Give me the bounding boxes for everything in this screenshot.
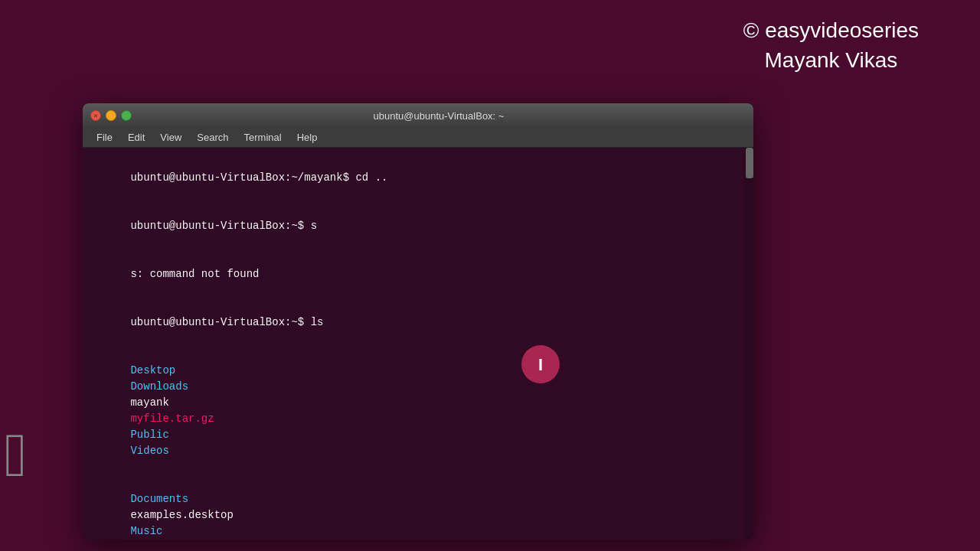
- terminal-line-3: s: command not found: [92, 250, 744, 298]
- menu-help[interactable]: Help: [289, 130, 325, 145]
- terminal-line-2: ubuntu@ubuntu-VirtualBox:~$ s: [92, 202, 744, 250]
- watermark-line2: Mayank Vikas: [743, 45, 919, 75]
- minimize-button[interactable]: [106, 110, 116, 121]
- window-title: ubuntu@ubuntu-VirtualBox: ~: [132, 110, 746, 122]
- terminal-line-4: ubuntu@ubuntu-VirtualBox:~$ ls: [92, 298, 744, 347]
- terminal-window: ✕ ubuntu@ubuntu-VirtualBox: ~ File Edit …: [83, 103, 753, 540]
- terminal-line-1: ubuntu@ubuntu-VirtualBox:~/mayank$ cd ..: [92, 154, 744, 202]
- menu-file[interactable]: File: [89, 130, 120, 145]
- menu-bar: File Edit View Search Terminal Help: [83, 128, 753, 148]
- menu-view[interactable]: View: [152, 130, 189, 145]
- window-buttons: ✕: [90, 110, 132, 121]
- scrollbar-thumb[interactable]: [746, 148, 753, 178]
- menu-terminal[interactable]: Terminal: [237, 130, 289, 145]
- menu-edit[interactable]: Edit: [120, 130, 152, 145]
- watermark: © easyvideoseries Mayank Vikas: [743, 15, 919, 75]
- scrollbar[interactable]: [744, 148, 753, 540]
- watermark-line1: © easyvideoseries: [743, 15, 919, 45]
- maximize-button[interactable]: [121, 110, 132, 121]
- title-bar: ✕ ubuntu@ubuntu-VirtualBox: ~: [83, 103, 753, 128]
- menu-search[interactable]: Search: [189, 130, 236, 145]
- terminal-ls1-row1: Desktop Downloads mayank myfile.tar.gz P…: [92, 347, 744, 475]
- apple-logo: : [0, 413, 46, 505]
- close-button[interactable]: ✕: [90, 110, 101, 121]
- terminal-content[interactable]: ubuntu@ubuntu-VirtualBox:~/mayank$ cd ..…: [83, 148, 753, 540]
- terminal-ls1-row2: Documents examples.desktop Music Picture…: [92, 475, 744, 540]
